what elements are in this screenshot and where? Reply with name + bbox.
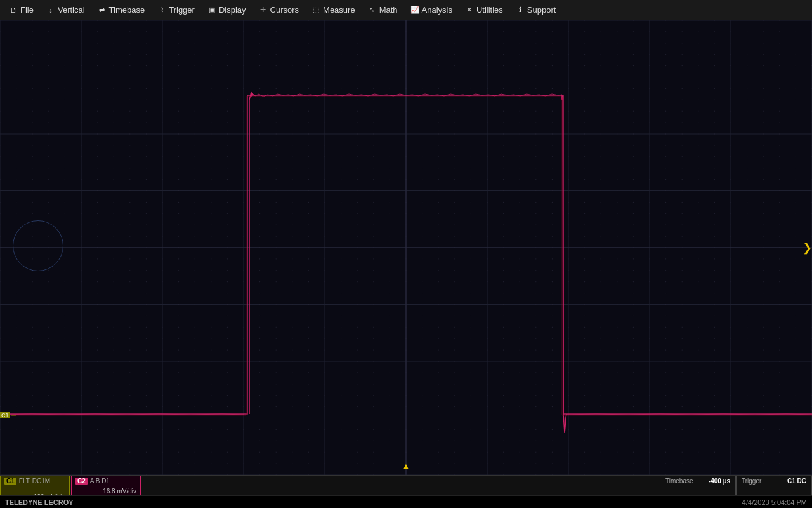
vertical-icon: ↕ — [46, 6, 55, 15]
timebase-icon: ⇌ — [98, 6, 107, 15]
menu-utilities[interactable]: ✕ Utilities — [459, 3, 509, 17]
footer-bar: TELEDYNE LECROY 4/4/2023 5:04:04 PM — [0, 495, 812, 508]
menu-display[interactable]: ▣ Display — [201, 3, 252, 17]
trigger-row1: Trigger C1 DC — [742, 478, 806, 485]
menu-measure[interactable]: ⬚ Measure — [305, 3, 362, 17]
support-icon: ℹ — [516, 6, 525, 15]
trigger-label: Trigger — [742, 478, 761, 485]
menu-vertical[interactable]: ↕ Vertical — [40, 3, 91, 17]
probe-circle — [13, 220, 63, 271]
ch1-coupling: DC1M — [32, 478, 50, 485]
menu-math[interactable]: ∿ Math — [362, 3, 404, 17]
menu-analysis[interactable]: 📈 Analysis — [404, 3, 459, 17]
ch1-filter: FLT — [19, 478, 30, 485]
ch1-ground-label: C1 — [0, 412, 10, 418]
waveform-svg — [0, 20, 812, 475]
math-icon: ∿ — [368, 6, 377, 15]
tb-value1: -400 µs — [709, 478, 730, 485]
ch2-scale: 16.8 mV/div — [75, 487, 136, 496]
display-icon: ▣ — [207, 6, 216, 15]
ch1-ground-indicator: C1 ⏤ — [0, 411, 16, 420]
menu-timebase[interactable]: ⇌ Timebase — [91, 3, 152, 17]
ch1-badge: C1 — [4, 478, 16, 485]
menu-file[interactable]: 🗋 File — [3, 3, 40, 17]
tb-label1: Timebase — [665, 478, 693, 485]
right-arrow-indicator: ❯ — [802, 242, 812, 253]
menu-cursors[interactable]: ✛ Cursors — [252, 3, 306, 17]
tb-row1: Timebase -400 µs — [665, 478, 730, 485]
cursors-icon: ✛ — [259, 6, 268, 15]
trigger-icon: ⌇ — [157, 6, 166, 15]
measure-icon: ⬚ — [311, 6, 320, 15]
menu-bar: 🗋 File ↕ Vertical ⇌ Timebase ⌇ Trigger ▣… — [0, 0, 812, 20]
trigger-position-indicator: ▲ — [402, 461, 410, 471]
menu-trigger[interactable]: ⌇ Trigger — [151, 3, 201, 17]
trigger-ch: C1 DC — [787, 478, 806, 485]
analysis-icon: 📈 — [410, 6, 419, 15]
ch1-header: C1 FLT DC1M — [4, 478, 65, 485]
ch2-abcd: A B D1 — [90, 478, 110, 485]
datetime-label: 4/4/2023 5:04:04 PM — [742, 498, 807, 506]
ch2-badge: C2 — [75, 478, 88, 485]
utilities-icon: ✕ — [465, 6, 474, 15]
brand-label: TELEDYNE LECROY — [5, 498, 74, 506]
file-icon: 🗋 — [9, 6, 18, 15]
menu-support[interactable]: ℹ Support — [509, 3, 563, 17]
scope-display: ❯ ▲ C1 ⏤ — [0, 20, 812, 475]
ch2-header: C2 A B D1 — [75, 478, 136, 485]
